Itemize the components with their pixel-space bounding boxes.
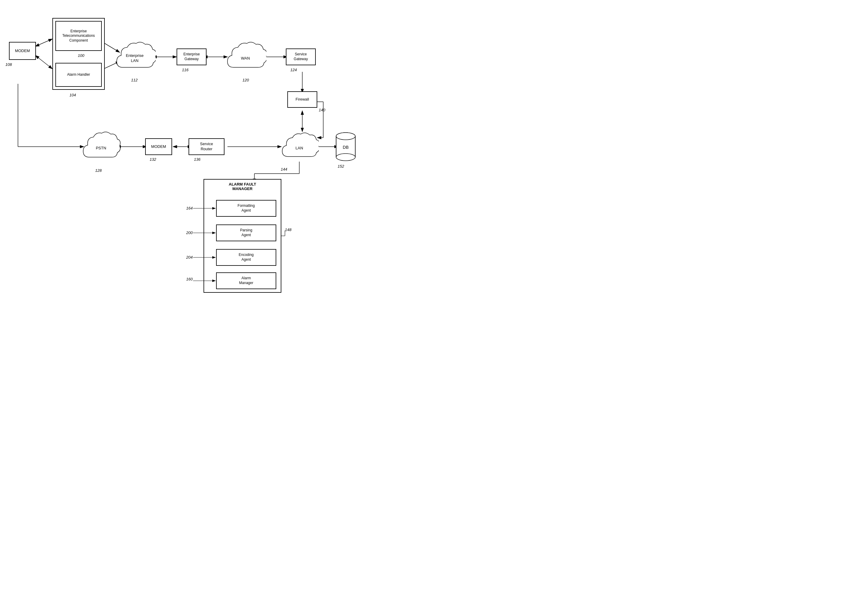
db-ref: 152 — [338, 164, 344, 168]
alarm-handler-box: Alarm Handler — [55, 63, 102, 87]
pstn-cloud: PSTN — [81, 129, 121, 168]
wan-ref: 120 — [242, 78, 249, 82]
enterprise-lan-label: EnterpriseLAN — [126, 53, 143, 63]
formatting-agent-ref: 164 — [186, 206, 193, 210]
modem-right-ref: 132 — [150, 157, 156, 162]
pstn-ref: 128 — [95, 168, 102, 173]
firewall-ref: 140 — [319, 108, 325, 112]
service-router-box: ServiceRouter — [189, 138, 225, 155]
service-gateway-box: ServiceGateway — [286, 48, 316, 65]
formatting-agent-label: FormattingAgent — [238, 203, 255, 213]
service-gateway-ref: 124 — [290, 68, 297, 72]
db-shape: DB — [335, 130, 356, 163]
svg-text:DB: DB — [343, 145, 348, 150]
modem-left-box: MODEM — [9, 42, 36, 60]
service-gateway-label: ServiceGateway — [294, 52, 308, 62]
parsing-agent-ref: 200 — [186, 231, 193, 235]
alarm-handler-ref: 104 — [69, 93, 76, 97]
modem-left-ref: 108 — [5, 62, 12, 67]
parsing-agent-box: ParsingAgent — [216, 225, 276, 241]
afm-container: ALARM FAULTMANAGER FormattingAgent Parsi… — [203, 179, 281, 293]
etc-ref: 100 — [78, 53, 85, 58]
encoding-agent-box: EncodingAgent — [216, 249, 276, 266]
enterprise-lan-cloud: EnterpriseLAN — [114, 39, 155, 78]
afm-ref: 148 — [285, 228, 291, 232]
encoding-agent-ref: 204 — [186, 255, 193, 260]
modem-left-label: MODEM — [15, 48, 30, 54]
alarm-handler-label: Alarm Handler — [67, 72, 90, 77]
svg-line-4 — [35, 39, 52, 46]
wan-label: WAN — [241, 56, 250, 61]
enterprise-gateway-box: EnterpriseGateway — [177, 48, 206, 65]
modem-right-box: MODEM — [145, 138, 172, 155]
svg-point-29 — [336, 154, 355, 161]
service-router-ref: 136 — [194, 157, 200, 162]
enterprise-lan-ref: 112 — [131, 78, 138, 82]
enterprise-gateway-ref: 116 — [182, 68, 189, 72]
lan-label: LAN — [296, 146, 303, 151]
encoding-agent-label: EncodingAgent — [239, 253, 254, 262]
lan-ref: 144 — [281, 167, 287, 171]
etc-label: Enterprise Telecommunications Component — [62, 29, 95, 43]
svg-point-30 — [336, 132, 355, 140]
wan-cloud: WAN — [225, 39, 266, 78]
formatting-agent-box: FormattingAgent — [216, 200, 276, 217]
pstn-label: PSTN — [96, 146, 106, 151]
service-router-label: ServiceRouter — [200, 142, 213, 152]
alarm-manager-box: AlarmManager — [216, 273, 276, 289]
alarm-manager-label: AlarmManager — [239, 276, 253, 285]
svg-line-5 — [35, 55, 52, 69]
etc-box: Enterprise Telecommunications Component — [55, 21, 102, 51]
parsing-agent-label: ParsingAgent — [240, 228, 252, 237]
afm-title: ALARM FAULTMANAGER — [229, 182, 256, 191]
alarm-manager-ref: 160 — [186, 277, 193, 281]
enterprise-gateway-label: EnterpriseGateway — [183, 52, 200, 62]
firewall-label: Firewall — [296, 97, 309, 102]
modem-right-label: MODEM — [151, 144, 166, 149]
firewall-box: Firewall — [287, 91, 317, 108]
lan-cloud: LAN — [280, 130, 319, 166]
diagram: MODEM 108 Enterprise Telecommunications … — [0, 0, 428, 308]
